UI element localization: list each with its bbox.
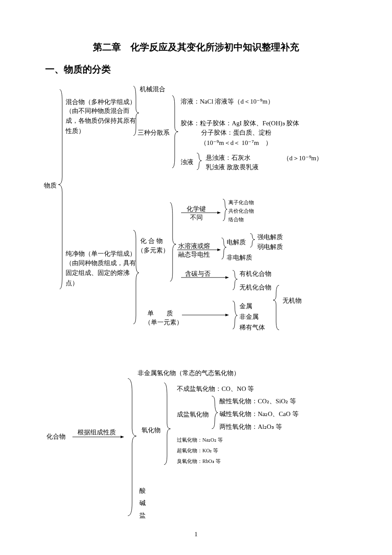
turb-1: 悬浊液：石灰水 — [206, 153, 251, 163]
weak: 弱电解质 — [257, 242, 283, 252]
colloid-2: 分子胶体：蛋白质、淀粉 — [201, 128, 271, 138]
nonmetal: 非金属 — [239, 312, 259, 322]
bond-bot: 不同 — [190, 213, 203, 223]
dispersion-label: 三种分散系 — [138, 128, 170, 138]
noble: 稀有气体 — [239, 323, 265, 332]
oxide-label: 氧化物 — [141, 425, 161, 435]
salt-label: 成盐氧化物 — [177, 410, 209, 419]
comp-root: 化合物 — [46, 432, 66, 442]
ampho: 两性氧化物：Al₂O₃ 等 — [219, 422, 282, 432]
page-title: 第二章 化学反应及其变化所涉初中知识整理补充 — [0, 41, 392, 54]
solution: 溶液：NaCl 溶液等（d＜10⁻⁹m） — [181, 97, 274, 107]
superox: 超氧化物：KO₂ 等 — [177, 447, 218, 455]
turb-d: （d＞10⁻⁹m） — [283, 153, 323, 163]
pure-desc: （由同种物质组成，具有固定组成、固定的熔沸点） — [66, 258, 138, 288]
mixture-desc: （由不同种物质混合而成，各物质仍保持其原有性质） — [66, 106, 136, 136]
salt: 盐 — [139, 511, 146, 520]
strong: 强电解质 — [257, 232, 283, 242]
elec: 电解质 — [227, 237, 246, 247]
bond-1: 离子化合物 — [228, 199, 254, 207]
inorg-label: 无机物 — [282, 296, 302, 306]
mixture-head: 混合物（多种化学组成） — [66, 97, 136, 107]
colloid-1: 胶体：粒子胶体：AgI 胶体、Fe(OH)₃ 胶体 — [181, 119, 299, 128]
hydride: 非金属氢化物（常态的气态氢化物） — [138, 368, 240, 378]
base: 碱 — [139, 498, 146, 508]
root-label: 物质 — [44, 181, 57, 191]
element-label: 单 质 — [147, 309, 173, 318]
comp-arrow-label: 根据组成性质 — [78, 428, 116, 437]
pure-head: 纯净物（单一化学组成） — [66, 249, 138, 259]
metal: 金属 — [239, 301, 252, 311]
page-number: 1 — [0, 531, 392, 538]
perox: 过氧化物：Na₂O₂ 等 — [177, 436, 223, 444]
colloid-3: （10⁻⁹m＜d＜ 10⁻⁷m ） — [200, 138, 272, 148]
turb-label: 浊液 — [181, 157, 193, 167]
bond-2: 共价化合物 — [228, 207, 254, 215]
cond-bot: 融态导电性 — [178, 250, 210, 260]
org: 有机化合物 — [239, 269, 271, 279]
element-sub: （单一元素） — [144, 318, 183, 327]
compound-label: 化 合 物 — [140, 236, 163, 246]
ozon: 臭氧化物：RbO₃ 等 — [177, 457, 221, 465]
acidic: 酸性氧化物：CO₂、SiO₂ 等 — [219, 396, 296, 406]
acid: 酸 — [139, 486, 146, 496]
turb-2: 乳浊液 敌敌畏乳液 — [206, 162, 259, 172]
inorg: 无机化合物 — [239, 283, 271, 292]
nonsalt: 不成盐氧化物：CO、NO 等 — [177, 384, 254, 394]
section-heading: 一、物质的分类 — [45, 63, 111, 76]
bond-3: 络合物 — [228, 216, 244, 224]
carbon: 含碳与否 — [185, 269, 210, 279]
nonelec: 非电解质 — [227, 253, 252, 263]
mech-mix: 机械混合 — [140, 84, 165, 94]
compound-sub: （多元素） — [137, 246, 169, 255]
basic: 碱性氧化物：Na₂O、CaO 等 — [219, 409, 299, 419]
